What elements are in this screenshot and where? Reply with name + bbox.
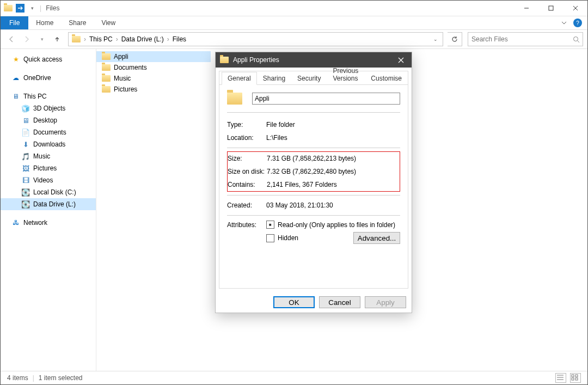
- breadcrumb-item[interactable]: Files: [170, 35, 188, 43]
- sidebar-item-label: Pictures: [33, 164, 57, 172]
- sidebar-item[interactable]: ⬇Downloads: [1, 138, 96, 150]
- dialog-title-bar[interactable]: Appli Properties: [216, 52, 412, 68]
- hidden-checkbox[interactable]: [266, 234, 274, 242]
- folder-name: Appli: [114, 53, 128, 60]
- sidebar-network[interactable]: 🖧Network: [1, 217, 96, 229]
- folder-icon: [227, 93, 242, 105]
- sidebar-item[interactable]: 📄Documents: [1, 126, 96, 138]
- folder-icon: [220, 57, 229, 63]
- folder-name-input[interactable]: [252, 93, 400, 105]
- sidebar-item-label: Quick access: [23, 56, 62, 63]
- sidebar-item[interactable]: 🖥Desktop: [1, 114, 96, 126]
- address-dropdown-icon[interactable]: ⌄: [430, 33, 442, 45]
- minimize-button[interactable]: [514, 1, 538, 16]
- back-button[interactable]: [5, 33, 18, 46]
- navigation-pane: ★Quick access ☁OneDrive 🖥This PC 🧊3D Obj…: [1, 49, 96, 371]
- folder-item[interactable]: Appli: [96, 51, 211, 62]
- breadcrumb-item[interactable]: Data Drive (L:): [119, 35, 166, 43]
- item-icon: 💽: [21, 200, 30, 209]
- label-contains: Contains:: [228, 181, 267, 188]
- address-bar[interactable]: › This PC › Data Drive (L:) › Files ⌄: [68, 32, 443, 46]
- chevron-right-icon[interactable]: ›: [166, 35, 170, 43]
- sidebar-item-label: Music: [33, 152, 50, 160]
- folder-item[interactable]: Documents: [96, 62, 211, 73]
- readonly-checkbox[interactable]: [266, 221, 274, 229]
- search-input[interactable]: [468, 35, 569, 43]
- help-icon[interactable]: ?: [573, 19, 582, 27]
- value-created: 03 May 2018, 21:01:30: [266, 201, 400, 209]
- sidebar-item-label: OneDrive: [23, 74, 51, 82]
- network-icon: 🖧: [11, 218, 20, 227]
- sidebar-item[interactable]: 💽Local Disk (C:): [1, 186, 96, 198]
- folder-name: Documents: [114, 64, 147, 71]
- folder-name: Pictures: [114, 85, 137, 93]
- svg-rect-13: [575, 378, 578, 380]
- address-root-icon[interactable]: [70, 36, 83, 42]
- refresh-button[interactable]: [448, 32, 462, 46]
- chevron-right-icon[interactable]: ›: [115, 35, 119, 43]
- window-title: Files: [46, 4, 59, 12]
- label-size-on-disk: Size on disk:: [228, 168, 267, 175]
- ribbon-expand-icon[interactable]: [557, 16, 571, 29]
- status-selection: 1 item selected: [39, 374, 83, 382]
- thumbnails-view-button[interactable]: [570, 373, 581, 383]
- sidebar-this-pc[interactable]: 🖥This PC: [1, 90, 96, 102]
- svg-rect-1: [549, 6, 553, 10]
- readonly-label: Read-only (Only applies to files in fold…: [278, 221, 395, 229]
- tab-general[interactable]: General: [222, 72, 257, 85]
- value-contains: 2,141 Files, 367 Folders: [267, 181, 400, 188]
- monitor-icon: 🖥: [11, 92, 20, 101]
- maximize-button[interactable]: [538, 1, 563, 16]
- title-bar: ▾ | Files: [1, 1, 587, 16]
- svg-rect-12: [572, 378, 574, 380]
- sidebar-item[interactable]: 💽Data Drive (L:): [1, 198, 96, 210]
- sidebar-item-label: 3D Objects: [33, 105, 65, 112]
- ribbon: File Home Share View ?: [1, 16, 587, 30]
- ribbon-tab-share[interactable]: Share: [61, 16, 94, 29]
- ribbon-tab-home[interactable]: Home: [28, 16, 61, 29]
- apply-button[interactable]: Apply: [365, 296, 406, 308]
- sidebar-quick-access[interactable]: ★Quick access: [1, 53, 96, 65]
- hidden-label: Hidden: [278, 234, 298, 242]
- ribbon-tab-view[interactable]: View: [94, 16, 123, 29]
- sidebar-item[interactable]: 🎵Music: [1, 150, 96, 162]
- dialog-tabs: General Sharing Security Previous Versio…: [219, 71, 408, 85]
- close-button[interactable]: [563, 1, 587, 16]
- advanced-button[interactable]: Advanced...: [353, 232, 400, 244]
- item-icon: 🖥: [21, 116, 30, 125]
- folder-item[interactable]: Music: [96, 73, 211, 84]
- folder-item[interactable]: Pictures: [96, 84, 211, 95]
- cancel-button[interactable]: Cancel: [319, 296, 360, 308]
- search-icon[interactable]: [569, 36, 583, 43]
- chevron-right-icon[interactable]: ›: [83, 35, 87, 43]
- qat-dropdown-icon[interactable]: ▾: [28, 4, 36, 13]
- tab-previous-versions[interactable]: Previous Versions: [327, 64, 365, 85]
- sidebar-item-label: Network: [23, 219, 47, 227]
- sidebar-onedrive[interactable]: ☁OneDrive: [1, 72, 96, 84]
- item-icon: 🎵: [21, 152, 30, 161]
- sidebar-item-label: Videos: [33, 176, 53, 184]
- tab-customise[interactable]: Customise: [365, 72, 408, 85]
- explorer-window: ▾ | Files File Home Share View ? ▾ › Thi…: [0, 0, 588, 385]
- up-button[interactable]: [51, 33, 64, 46]
- item-icon: 🎞: [21, 176, 30, 185]
- dialog-title: Appli Properties: [233, 56, 279, 64]
- ok-button[interactable]: OK: [273, 296, 315, 308]
- sidebar-item[interactable]: 🧊3D Objects: [1, 102, 96, 114]
- label-created: Created:: [227, 201, 266, 209]
- dialog-close-button[interactable]: [390, 52, 412, 68]
- star-icon: ★: [11, 55, 20, 64]
- sidebar-item[interactable]: 🖼Pictures: [1, 162, 96, 174]
- details-view-button[interactable]: [555, 373, 566, 383]
- sidebar-item[interactable]: 🎞Videos: [1, 174, 96, 186]
- label-type: Type:: [227, 121, 266, 129]
- recent-locations-button[interactable]: ▾: [35, 33, 48, 46]
- properties-qat-icon[interactable]: [16, 4, 24, 13]
- tab-sharing[interactable]: Sharing: [257, 72, 291, 85]
- sidebar-item-label: Desktop: [33, 117, 57, 124]
- ribbon-file-tab[interactable]: File: [1, 16, 28, 29]
- search-box[interactable]: [468, 32, 583, 46]
- breadcrumb-item[interactable]: This PC: [87, 35, 115, 43]
- tab-security[interactable]: Security: [291, 72, 327, 85]
- forward-button[interactable]: [20, 33, 33, 46]
